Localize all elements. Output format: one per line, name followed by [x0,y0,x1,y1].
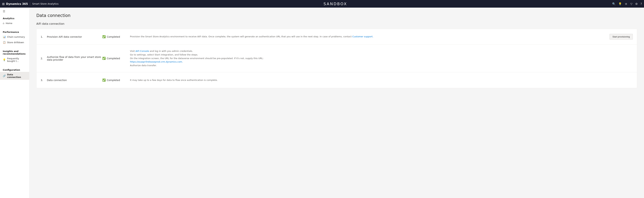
main-content: Data connection AiFi data connection 1. … [30,7,644,198]
sidebar-item-chain-summary[interactable]: 📊 Chain summary [0,34,29,39]
sandbox-label: SANDBOX [58,2,612,6]
sidebar-section-configuration: Configuration [0,66,29,72]
step-row-2: 2. Authorize flow of data from your smar… [36,45,637,72]
sidebar-item-frequently-bought[interactable]: 💡 Frequently bought t... [0,56,29,64]
step-3-status: ✅ Completed [102,78,130,82]
search-icon[interactable]: 🔍 [612,2,616,5]
sidebar-item-home[interactable]: ⌂ Home [0,20,29,26]
step-1-status: ✅ Completed [102,35,130,38]
home-icon: ⌂ [3,22,4,24]
topnav: ⊞ Dynamics 365 Smart Store Analytics SAN… [0,0,644,7]
sidebar: ☰ Analytics ⌂ Home Performance 📊 Chain s… [0,7,30,198]
add-icon[interactable]: + [624,2,628,6]
filter-icon[interactable]: ▽ [630,2,632,5]
step-3-number: 3. [41,79,47,82]
sidebar-section-performance: Performance [0,29,29,34]
dataverse-url-link[interactable]: https://ssaaprilreleaseprod.crm.dynamics… [130,60,183,63]
lightbulb-icon[interactable]: 💡 [618,2,622,5]
step-row-1: 1. Provision AiFi data connector ✅ Compl… [36,29,637,45]
hamburger-button[interactable]: ☰ [0,7,29,15]
step-1-number: 1. [41,35,47,38]
step-2-number: 2. [41,57,47,60]
step-1-action: Start provisioning [602,34,633,39]
topnav-actions: 🔍 💡 + ▽ ⚙ ? [612,2,642,6]
sidebar-item-chain-label: Chain summary [7,36,25,38]
step-3-description: It may take up to a few days for data to… [130,78,602,82]
data-connection-icon: 🔗 [3,74,6,77]
step-1-check-icon: ✅ [102,35,106,38]
customer-support-link[interactable]: Customer support. [352,35,373,38]
aifi-console-link[interactable]: AiFi Console [136,50,149,52]
step-row-3: 3. Data connection ✅ Completed It may ta… [36,72,637,88]
sidebar-item-drilldown-label: Store drilldown [7,41,24,44]
sidebar-section-analytics: Analytics [0,15,29,20]
step-3-status-label: Completed [107,79,120,82]
step-2-status: ✅ Completed [102,57,130,60]
sidebar-item-frequently-label: Frequently bought t... [7,57,26,62]
sidebar-item-data-connection[interactable]: 🔗 Data connection [0,72,29,80]
section-subtitle: AiFi data connection [36,22,637,25]
brand-name: Dynamics 365 [6,2,28,5]
step-2-name: Authorize flow of data from your smart s… [47,56,102,61]
insights-icon: 💡 [3,58,6,61]
start-provisioning-button[interactable]: Start provisioning [610,34,633,39]
step-2-description: Visit AiFi Console and log in with you a… [130,49,602,67]
help-icon[interactable]: ? [640,2,642,5]
page-title: Data connection [36,13,637,18]
step-1-description: Provision the Smart Store Analytics envi… [130,35,602,38]
gap2 [0,45,29,48]
steps-card: 1. Provision AiFi data connector ✅ Compl… [36,29,637,88]
waffle-icon[interactable]: ⊞ [2,2,5,6]
sidebar-item-home-label: Home [6,22,12,24]
app-name: Smart Store Analytics [32,2,58,5]
sidebar-item-data-connection-label: Data connection [7,73,26,78]
step-2-status-label: Completed [107,57,120,60]
sidebar-section-insights: Insights and recommendations [0,48,29,56]
step-3-check-icon: ✅ [102,78,106,82]
step-3-name: Data connection [47,79,102,82]
gap1 [0,26,29,29]
step-1-status-label: Completed [107,35,120,38]
sidebar-item-store-drilldown[interactable]: 📋 Store drilldown [0,39,29,45]
step-1-name: Provision AiFi data connector [47,35,102,38]
settings-icon[interactable]: ⚙ [635,2,638,5]
gap3 [0,64,29,66]
chart-icon: 📊 [3,35,6,38]
drilldown-icon: 📋 [3,41,6,44]
step-2-check-icon: ✅ [102,57,106,60]
